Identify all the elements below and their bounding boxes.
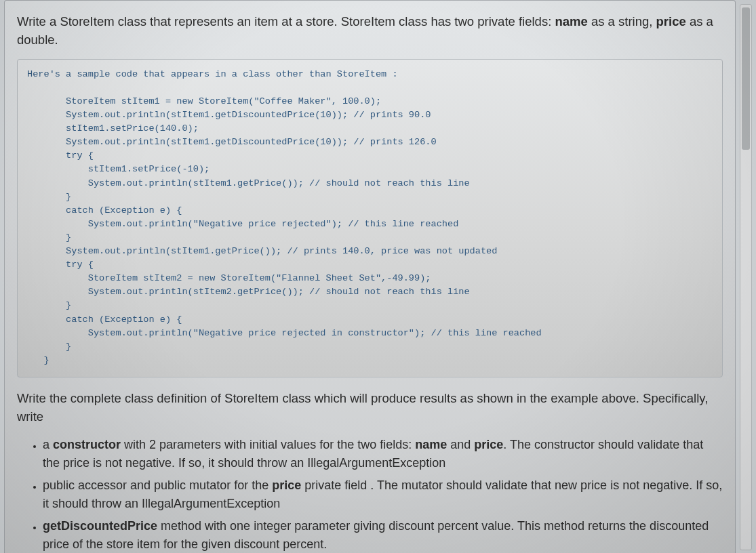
requirements-list: a constructor with 2 parameters with ini… [17, 436, 723, 553]
sample-code-block: Here's a sample code that appears in a c… [17, 59, 723, 377]
vertical-scrollbar[interactable] [740, 4, 752, 550]
kw-name: name [415, 438, 447, 451]
kw-price: price [272, 478, 301, 492]
text: a [43, 438, 53, 451]
field-name: name [555, 14, 587, 28]
list-item: getDiscountedPrice method with one integ… [43, 517, 723, 553]
intro-text: Write a StoreItem class that represents … [17, 14, 555, 28]
code-lead: Here's a sample code that appears in a c… [27, 69, 398, 79]
text: with 2 parameters with initial values fo… [121, 438, 415, 451]
list-item: a constructor with 2 parameters with ini… [43, 436, 723, 472]
kw-constructor: constructor [53, 438, 121, 451]
list-item: public accessor and public mutator for t… [43, 476, 723, 513]
scrollbar-thumb[interactable] [742, 7, 750, 150]
kw-method: getDiscountedPrice [43, 519, 157, 533]
instruction-para: Write the complete class definition of S… [17, 390, 723, 426]
field-price: price [656, 14, 686, 28]
code-body: StoreItem stItem1 = new StoreItem("Coffe… [27, 96, 542, 365]
text: and [447, 438, 474, 451]
intro-text: as a string, [588, 14, 656, 28]
question-card: Write a StoreItem class that represents … [4, 0, 736, 553]
kw-price: price [474, 438, 503, 451]
problem-intro: Write a StoreItem class that represents … [17, 13, 723, 49]
text: public accessor and public mutator for t… [43, 478, 272, 492]
